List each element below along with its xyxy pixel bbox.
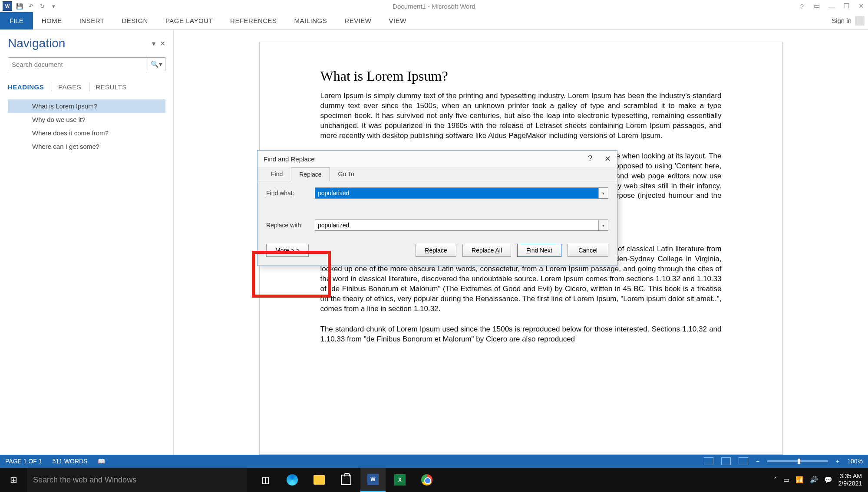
taskbar-clock[interactable]: 3:35 AM 2/9/2021 [838,472,862,487]
dialog-tab-find[interactable]: Find [263,167,291,181]
nav-heading-item[interactable]: What is Lorem Ipsum? [8,99,165,113]
title-bar: W 💾 ↶ ↻ ▾ Document1 - Microsoft Word ? ▭… [0,0,868,12]
window-controls: ? ▭ — ❐ ✕ [797,0,866,12]
cancel-button[interactable]: Cancel [568,244,608,257]
clock-date: 2/9/2021 [838,480,862,487]
print-layout-icon[interactable] [721,457,731,465]
quick-access-toolbar: W 💾 ↶ ↻ ▾ [0,1,57,11]
dialog-tab-replace[interactable]: Replace [291,167,330,181]
dialog-help-icon[interactable]: ? [588,154,592,164]
nav-tab-headings[interactable]: HEADINGS [8,81,52,93]
clock-time: 3:35 AM [838,472,862,480]
word-taskbar-icon[interactable]: W [360,468,386,492]
web-layout-icon[interactable] [739,457,748,465]
paragraph: Lorem Ipsum is simply dummy text of the … [320,91,722,141]
page-indicator[interactable]: PAGE 1 OF 1 [5,458,42,465]
minimize-button[interactable]: — [826,3,837,10]
zoom-out-icon[interactable]: − [756,458,759,465]
qat-customize-icon[interactable]: ▾ [50,2,57,10]
zoom-in-icon[interactable]: + [836,458,839,465]
tab-references[interactable]: REFERENCES [221,12,286,30]
find-what-input[interactable] [315,188,598,198]
tab-home[interactable]: HOME [33,12,71,30]
chevron-down-icon[interactable]: ▾ [598,188,608,198]
undo-icon[interactable]: ↶ [27,2,35,10]
replace-with-combo: ▾ [315,220,608,231]
save-icon[interactable]: 💾 [16,2,23,10]
excel-taskbar-icon[interactable]: X [387,468,413,492]
zoom-slider[interactable] [767,460,828,462]
tray-chevron-icon[interactable]: ˄ [774,476,777,484]
start-button[interactable]: ⊞ [0,468,27,492]
dialog-tab-goto[interactable]: Go To [330,167,363,181]
restore-button[interactable]: ❐ [841,2,851,10]
close-button[interactable]: ✕ [856,2,866,10]
replace-button[interactable]: Replace [416,244,456,257]
navigation-headings-list: What is Lorem Ipsum? Why do we use it? W… [8,99,165,153]
replace-all-button[interactable]: Replace All [462,244,511,257]
navigation-pane: Navigation ▾ ✕ 🔍▾ HEADINGS PAGES RESULTS… [0,30,174,455]
tab-review[interactable]: REVIEW [336,12,380,30]
battery-icon[interactable]: ▭ [783,476,789,484]
paragraph: The standard chunk of Lorem Ipsum used s… [320,325,722,344]
navigation-search: 🔍▾ [8,57,165,71]
help-icon[interactable]: ? [797,3,807,10]
status-bar: PAGE 1 OF 1 511 WORDS 📖 − + 100% [0,455,868,468]
store-icon[interactable] [333,468,359,492]
search-icon[interactable]: 🔍▾ [148,58,165,71]
action-center-icon[interactable]: 💬 [824,476,832,484]
tab-design[interactable]: DESIGN [113,12,157,30]
dialog-tabs: Find Replace Go To [257,167,617,181]
tab-view[interactable]: VIEW [380,12,415,30]
taskbar-search-placeholder: Search the web and Windows [33,476,136,485]
file-tab[interactable]: FILE [0,12,33,30]
find-what-label: Find what: [266,190,315,197]
nav-heading-item[interactable]: Why do we use it? [8,113,165,126]
find-next-button[interactable]: Find Next [517,244,561,257]
dialog-title-text: Find and Replace [264,155,315,163]
nav-heading-item[interactable]: Where can I get some? [8,140,165,153]
tab-page-layout[interactable]: PAGE LAYOUT [157,12,221,30]
dialog-close-icon[interactable]: ✕ [604,154,611,164]
nav-tab-results[interactable]: RESULTS [96,81,135,93]
search-input[interactable] [8,58,148,71]
navpane-close-icon[interactable]: ✕ [160,39,165,48]
zoom-level[interactable]: 100% [847,458,863,465]
navigation-title: Navigation [8,36,65,50]
file-explorer-icon[interactable] [307,468,332,492]
sign-in-label: Sign in [832,17,851,24]
tab-insert[interactable]: INSERT [71,12,113,30]
redo-icon[interactable]: ↻ [38,2,46,10]
document-title: Document1 - Microsoft Word [393,3,475,10]
read-mode-icon[interactable] [704,457,713,465]
proofing-icon[interactable]: 📖 [98,458,105,465]
taskbar-search[interactable]: Search the web and Windows [27,468,247,492]
nav-heading-item[interactable]: Where does it come from? [8,126,165,140]
chrome-icon[interactable] [414,468,439,492]
ribbon-display-options-icon[interactable]: ▭ [812,2,822,10]
more-button[interactable]: More > > [266,244,309,257]
replace-with-input[interactable] [315,220,598,230]
find-replace-dialog: Find and Replace ? ✕ Find Replace Go To … [257,150,617,266]
word-count[interactable]: 511 WORDS [53,458,88,465]
windows-taskbar: ⊞ Search the web and Windows ◫ W X ˄ ▭ 📶… [0,468,868,492]
nav-tab-pages[interactable]: PAGES [58,81,89,93]
volume-icon[interactable]: 🔊 [810,476,818,484]
avatar-icon [855,16,865,26]
navigation-tabs: HEADINGS PAGES RESULTS [8,81,165,93]
replace-with-label: Replace with: [266,222,315,229]
dialog-titlebar[interactable]: Find and Replace ? ✕ [257,151,617,167]
system-tray: ˄ ▭ 📶 🔊 💬 3:35 AM 2/9/2021 [774,472,868,487]
navpane-dropdown-icon[interactable]: ▾ [152,39,155,48]
task-view-icon[interactable]: ◫ [253,468,278,492]
chevron-down-icon[interactable]: ▾ [598,220,608,230]
wifi-icon[interactable]: 📶 [795,476,804,484]
tab-mailings[interactable]: MAILINGS [286,12,336,30]
find-what-combo: ▾ [315,187,608,199]
heading: What is Lorem Ipsum? [320,68,722,84]
word-app-icon[interactable]: W [3,1,12,11]
ribbon: FILE HOME INSERT DESIGN PAGE LAYOUT REFE… [0,12,868,30]
sign-in[interactable]: Sign in [832,16,868,26]
edge-icon[interactable] [280,468,305,492]
